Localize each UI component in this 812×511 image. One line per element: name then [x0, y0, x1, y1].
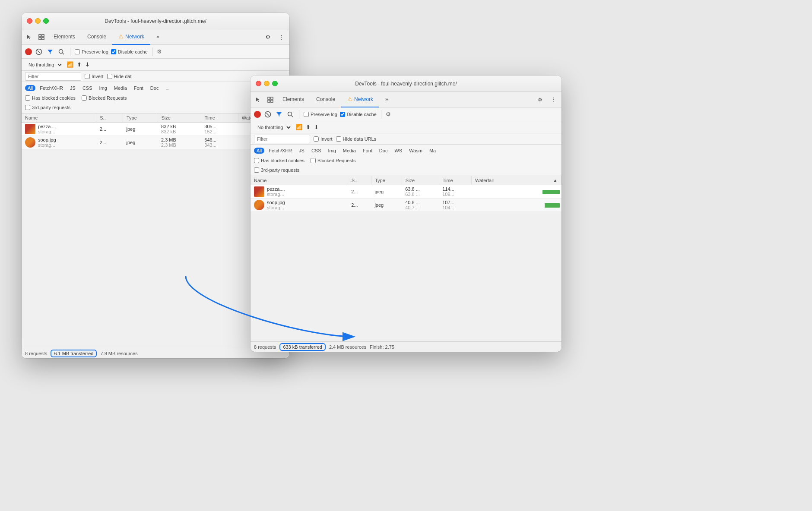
type-css-front[interactable]: CSS: [309, 148, 324, 154]
hide-data-checkbox-back[interactable]: Hide dat: [107, 74, 132, 79]
clear-button-front[interactable]: [263, 110, 272, 119]
table-row[interactable]: soop.jpg storag... 2... jpeg 2.3 MB2.3 M…: [22, 136, 289, 149]
clear-button-back[interactable]: [35, 47, 43, 56]
blocked-requests-back[interactable]: Blocked Requests: [82, 95, 127, 101]
settings-icon-front[interactable]: ⚙: [534, 94, 546, 106]
tab-more-back[interactable]: »: [150, 29, 165, 45]
tab-elements-back[interactable]: Elements: [48, 29, 81, 45]
throttle-select-back[interactable]: No throttling: [25, 61, 63, 69]
upload-icon-front[interactable]: ⬆: [306, 124, 311, 130]
search-button-front[interactable]: [286, 110, 295, 119]
close-button-front[interactable]: [256, 81, 261, 86]
maximize-button-back[interactable]: [43, 18, 49, 24]
filter-button-front[interactable]: [275, 110, 283, 119]
minimize-button-back[interactable]: [35, 18, 41, 24]
third-party-check-front[interactable]: [254, 167, 259, 173]
record-button-back[interactable]: [25, 48, 32, 55]
preserve-log-checkbox-front[interactable]: [304, 112, 309, 117]
type-all-front[interactable]: All: [254, 148, 264, 154]
inspector-icon-back[interactable]: [35, 31, 48, 43]
type-manifest-front[interactable]: Ma: [427, 148, 438, 154]
invert-check-back[interactable]: [85, 74, 90, 79]
type-font-back[interactable]: Font: [131, 85, 146, 91]
transferred-back: 6.1 MB transferred: [51, 350, 97, 357]
type-xhr-back[interactable]: Fetch/XHR: [37, 85, 66, 91]
disable-cache-front[interactable]: Disable cache: [340, 112, 377, 117]
cursor-icon-back[interactable]: [23, 31, 35, 43]
upload-icon-back[interactable]: ⬆: [77, 61, 82, 68]
status-bar-back: 8 requests 6.1 MB transferred 7.9 MB res…: [22, 348, 289, 358]
third-party-front[interactable]: 3rd-party requests: [254, 167, 299, 173]
invert-checkbox-front[interactable]: Invert: [314, 136, 333, 142]
download-icon-back[interactable]: ⬇: [85, 61, 90, 68]
table-row[interactable]: pezza.... storag... 2... jpeg 63.8 ...63…: [251, 185, 561, 199]
type-media-front[interactable]: Media: [340, 148, 358, 154]
filter-button-back[interactable]: [46, 47, 54, 56]
blocked-requests-front[interactable]: Blocked Requests: [311, 158, 356, 163]
blocked-cookies-back[interactable]: Has blocked cookies: [25, 95, 76, 101]
tab-more-front[interactable]: »: [379, 92, 394, 107]
type-img-back[interactable]: Img: [97, 85, 110, 91]
third-party-check-back[interactable]: [25, 105, 30, 110]
gear-button-front[interactable]: ⚙: [386, 111, 391, 117]
record-button-front[interactable]: [254, 111, 261, 118]
settings-icon-back[interactable]: ⚙: [262, 31, 274, 43]
traffic-lights-back: [27, 18, 49, 24]
type-img-front[interactable]: Img: [326, 148, 339, 154]
type-ws-front[interactable]: WS: [392, 148, 405, 154]
minimize-button-front[interactable]: [264, 81, 270, 86]
more-options-icon-back[interactable]: ⋮: [276, 31, 288, 43]
waterfall-bar-1-front: [542, 190, 560, 194]
type-doc-front[interactable]: Doc: [377, 148, 390, 154]
preserve-log-checkbox-back[interactable]: [75, 49, 80, 54]
cursor-icon-front[interactable]: [252, 94, 264, 106]
blocked-cookies-check-front[interactable]: [254, 158, 259, 163]
filter-input-back[interactable]: [25, 72, 81, 81]
separator-1-back: [70, 47, 70, 56]
type-js-back[interactable]: JS: [67, 85, 78, 91]
type-font-front[interactable]: Font: [360, 148, 375, 154]
tab-network-back[interactable]: ⚠ Network: [112, 29, 150, 45]
table-row[interactable]: pezza.... storag... 2... jpeg 832 kB832 …: [22, 123, 289, 136]
type-media-back[interactable]: Media: [111, 85, 130, 91]
preserve-log-back[interactable]: Preserve log: [75, 49, 108, 54]
tab-elements-front[interactable]: Elements: [276, 92, 310, 107]
hide-data-checkbox-front[interactable]: Hide data URLs: [336, 136, 377, 142]
tabs-bar-back: Elements Console ⚠ Network » ⚙ ⋮: [22, 29, 289, 45]
hide-data-check-front[interactable]: [336, 136, 341, 142]
type-css-back[interactable]: CSS: [80, 85, 95, 91]
disable-cache-back[interactable]: Disable cache: [111, 49, 148, 54]
blocked-requests-check-front[interactable]: [311, 158, 316, 163]
wifi-icon-back: 📶: [67, 61, 73, 68]
tab-network-front[interactable]: ⚠ Network: [341, 92, 379, 107]
type-all-back[interactable]: All: [25, 85, 35, 91]
maximize-button-front[interactable]: [272, 81, 278, 86]
type-doc-back[interactable]: Doc: [148, 85, 162, 91]
type-xhr-front[interactable]: Fetch/XHR: [266, 148, 295, 154]
download-icon-front[interactable]: ⬇: [314, 124, 319, 130]
throttle-select-front[interactable]: No throttling: [254, 123, 292, 131]
third-party-back[interactable]: 3rd-party requests: [25, 105, 70, 110]
tab-console-front[interactable]: Console: [310, 92, 341, 107]
table-row[interactable]: soop.jpg storag... 2... jpeg 40.8 ...40.…: [251, 199, 561, 212]
disable-cache-checkbox-back[interactable]: [111, 49, 116, 54]
blocked-cookies-front[interactable]: Has blocked cookies: [254, 158, 304, 163]
search-button-back[interactable]: [57, 47, 66, 56]
blocked-requests-check-back[interactable]: [82, 95, 87, 101]
type-wasm-front[interactable]: Wasm: [406, 148, 425, 154]
blocked-cookies-check-back[interactable]: [25, 95, 30, 101]
hide-data-check-back[interactable]: [107, 74, 112, 79]
filter-input-front[interactable]: [254, 135, 310, 143]
disable-cache-checkbox-front[interactable]: [340, 112, 345, 117]
type-js-front[interactable]: JS: [296, 148, 307, 154]
preserve-log-front[interactable]: Preserve log: [304, 112, 337, 117]
tab-console-back[interactable]: Console: [81, 29, 112, 45]
more-options-icon-front[interactable]: ⋮: [548, 94, 560, 106]
invert-checkbox-back[interactable]: Invert: [85, 74, 104, 79]
inspector-icon-front[interactable]: [264, 94, 276, 106]
warning-icon-front: ⚠: [347, 96, 352, 102]
col-type-back: Type: [123, 114, 158, 123]
gear-button-back[interactable]: ⚙: [157, 48, 162, 55]
invert-check-front[interactable]: [314, 136, 319, 142]
close-button-back[interactable]: [27, 18, 32, 24]
